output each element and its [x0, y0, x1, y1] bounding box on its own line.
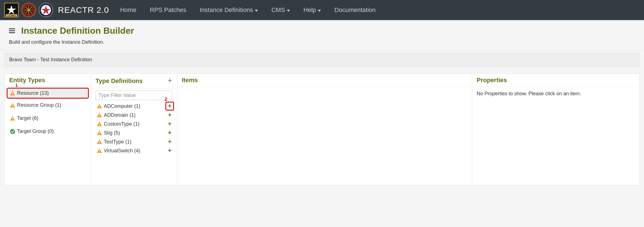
svg-point-22: [12, 119, 13, 120]
type-filter-input[interactable]: [96, 91, 172, 100]
type-definition-label: VirtualSwitch (4): [104, 148, 140, 154]
type-definition-label: ADDomain (1): [104, 112, 136, 118]
svg-point-16: [12, 94, 13, 95]
warning-icon: [97, 148, 102, 153]
entity-types-heading: Entity Types: [9, 77, 45, 84]
properties-panel: Properties No Properties to show. Please…: [472, 74, 639, 185]
warning-icon: [10, 102, 15, 108]
nav-help[interactable]: Help: [303, 6, 321, 14]
brand-title: REACTR 2.0: [58, 5, 109, 15]
nav-documentation[interactable]: Documentation: [334, 6, 376, 14]
callout-marker-2: 2: [165, 97, 167, 102]
warning-icon: [97, 103, 102, 109]
hamburger-icon[interactable]: [9, 27, 15, 34]
add-item-button[interactable]: +: [166, 138, 173, 145]
type-definition-label: ADComputer (1): [104, 103, 140, 109]
entity-type-row[interactable]: Target Group (0): [8, 127, 88, 136]
items-body: [177, 87, 472, 90]
add-item-button[interactable]: +: [166, 111, 173, 119]
items-heading: Items: [182, 77, 198, 84]
type-definitions-panel: Type Definitions ADComputer (1)+2ADDomai…: [91, 74, 177, 185]
add-item-button[interactable]: +2: [166, 102, 173, 110]
properties-empty-message: No Properties to show. Please click on a…: [472, 87, 639, 101]
seal-2-icon: [38, 3, 53, 18]
type-definition-row[interactable]: ADComputer (1)+2: [94, 102, 174, 111]
callout-marker-1: 1: [15, 83, 18, 88]
warning-icon: [97, 139, 102, 145]
warning-icon: [10, 116, 15, 121]
logo-cluster: U.S.ARMY: [4, 3, 53, 18]
builder-columns: Entity Types 1Resource (13)Resource Grou…: [4, 74, 640, 185]
type-definition-row[interactable]: VirtualSwitch (4)+: [94, 146, 174, 155]
svg-text:U.S.ARMY: U.S.ARMY: [7, 15, 15, 16]
page-subtitle: Build and configure the Instance Definit…: [0, 38, 644, 50]
caret-down-icon: [318, 10, 321, 12]
svg-point-28: [99, 108, 100, 108]
entity-type-label: Target Group (0): [17, 128, 54, 134]
properties-heading: Properties: [477, 77, 507, 84]
entity-type-row[interactable]: 1Resource (13): [8, 89, 88, 98]
plus-icon: [167, 78, 173, 83]
type-definition-row[interactable]: TestType (1)+: [94, 137, 174, 146]
page-header: Instance Definition Builder: [0, 20, 644, 38]
nav-home[interactable]: Home: [120, 6, 136, 14]
type-definition-row[interactable]: CustomType (1)+: [94, 119, 174, 128]
entity-type-label: Resource Group (1): [17, 102, 61, 108]
warning-icon: [97, 121, 102, 127]
add-item-button[interactable]: +: [166, 120, 173, 128]
army-logo-icon: U.S.ARMY: [4, 3, 19, 18]
type-definitions-heading: Type Definitions: [96, 77, 143, 85]
add-item-button[interactable]: +: [166, 147, 173, 154]
entity-type-row[interactable]: Target (6): [8, 114, 88, 123]
ok-icon: [10, 129, 15, 134]
nav-cms[interactable]: CMS: [271, 6, 290, 14]
nav-cms-label: CMS: [271, 6, 285, 14]
svg-point-31: [99, 116, 100, 117]
nav-rps-patches[interactable]: RPS Patches: [150, 6, 186, 14]
seal-1-icon: [21, 3, 36, 18]
warning-icon: [97, 130, 102, 136]
items-panel: Items: [177, 74, 472, 185]
warning-icon: [10, 91, 15, 96]
type-definition-label: Stig (5): [104, 130, 120, 136]
top-nav: U.S.ARMY REACTR 2.0: [0, 0, 644, 20]
page-title: Instance Definition Builder: [21, 26, 134, 36]
type-definition-row[interactable]: ADDomain (1)+: [94, 111, 174, 119]
svg-point-19: [12, 106, 13, 107]
add-type-definition-button[interactable]: [167, 77, 173, 85]
entity-type-row[interactable]: Resource Group (1): [8, 101, 88, 110]
type-definition-label: TestType (1): [104, 139, 131, 145]
type-definition-label: CustomType (1): [104, 121, 139, 127]
caret-down-icon: [287, 10, 290, 12]
svg-point-23: [10, 129, 15, 134]
entity-type-label: Target (6): [17, 115, 38, 121]
svg-point-43: [99, 152, 100, 153]
svg-point-37: [99, 134, 100, 135]
nav-links: Home RPS Patches Instance Definitions CM…: [120, 6, 376, 14]
type-definition-row[interactable]: Stig (5)+: [94, 128, 174, 137]
svg-point-40: [99, 143, 100, 144]
nav-instance-definitions[interactable]: Instance Definitions: [200, 6, 258, 14]
entity-type-label: Resource (13): [17, 90, 49, 96]
nav-instance-definitions-label: Instance Definitions: [200, 6, 253, 14]
add-item-button[interactable]: +: [166, 129, 173, 136]
warning-icon: [97, 112, 102, 118]
entity-types-panel: Entity Types 1Resource (13)Resource Grou…: [5, 74, 91, 185]
breadcrumb: Bravo Team - Test Instance Definition: [4, 53, 640, 67]
nav-help-label: Help: [303, 6, 316, 14]
svg-point-34: [99, 125, 100, 126]
caret-down-icon: [255, 10, 258, 12]
